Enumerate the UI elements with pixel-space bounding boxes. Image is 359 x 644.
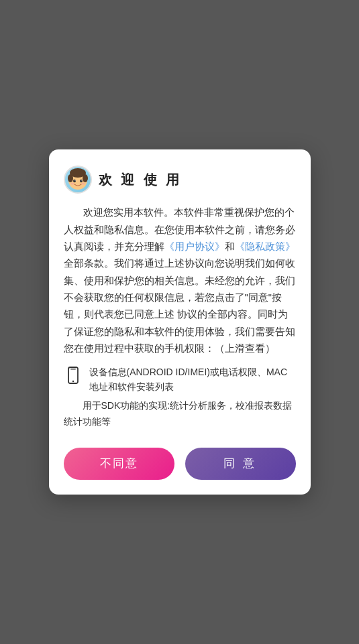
svg-point-12 bbox=[72, 380, 73, 381]
svg-point-4 bbox=[73, 180, 76, 182]
avatar-icon bbox=[66, 168, 90, 192]
svg-rect-11 bbox=[70, 369, 76, 370]
device-info-text: 设备信息(ANDROID ID/IMEI)或电话权限、MAC地址和软件安装列表 bbox=[89, 365, 296, 395]
phone-icon bbox=[64, 366, 83, 385]
dialog-buttons: 不同意 同 意 bbox=[64, 448, 296, 480]
dialog-body: 欢迎您实用本软件。本软件非常重视保护您的个人权益和隐私信息。在您使用本软件之前，… bbox=[64, 204, 296, 437]
disagree-button[interactable]: 不同意 bbox=[64, 448, 174, 480]
privacy-policy-link[interactable]: 《隐私政策》 bbox=[235, 241, 295, 252]
svg-point-9 bbox=[81, 183, 85, 185]
dialog-container: 欢 迎 使 用 欢迎您实用本软件。本软件非常重视保护您的个人权益和隐私信息。在您… bbox=[49, 149, 311, 495]
overlay: 欢 迎 使 用 欢迎您实用本软件。本软件非常重视保护您的个人权益和隐私信息。在您… bbox=[0, 0, 359, 644]
svg-point-2 bbox=[68, 174, 73, 182]
dialog-title: 欢 迎 使 用 bbox=[99, 171, 183, 189]
fade-bottom bbox=[64, 425, 296, 437]
svg-point-8 bbox=[70, 183, 74, 185]
device-info-row: 设备信息(ANDROID ID/IMEI)或电话权限、MAC地址和软件安装列表 bbox=[64, 365, 296, 395]
svg-point-3 bbox=[83, 174, 88, 182]
agree-button[interactable]: 同 意 bbox=[185, 448, 296, 480]
user-agreement-link[interactable]: 《用户协议》 bbox=[164, 241, 225, 252]
svg-point-7 bbox=[81, 180, 82, 181]
body-text-1: 欢迎您实用本软件。本软件非常重视保护您的个人权益和隐私信息。在您使用本软件之前，… bbox=[64, 204, 296, 357]
svg-point-6 bbox=[74, 180, 75, 181]
svg-point-5 bbox=[80, 180, 83, 182]
avatar bbox=[64, 166, 92, 194]
dialog-header: 欢 迎 使 用 bbox=[64, 166, 296, 194]
